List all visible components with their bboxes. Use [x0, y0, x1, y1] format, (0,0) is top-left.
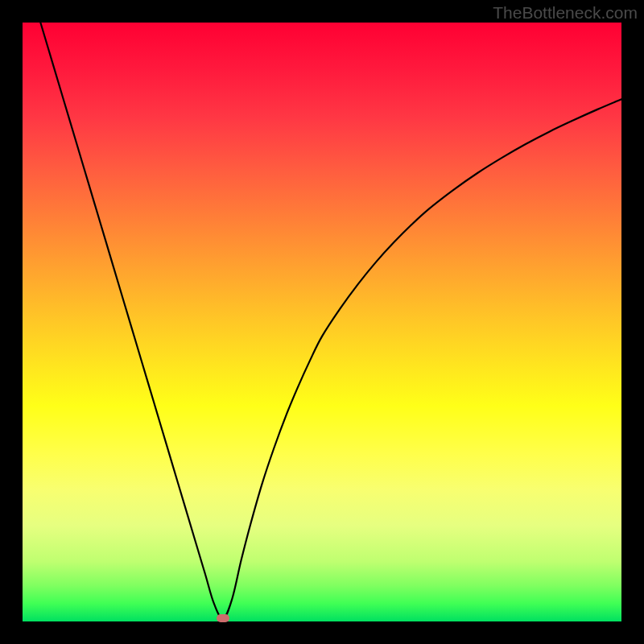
watermark-text: TheBottleneck.com — [493, 3, 638, 23]
chart-plot-area — [23, 23, 621, 621]
chart-curve-svg — [23, 23, 621, 621]
bottleneck-curve-line — [40, 23, 621, 618]
optimal-point-marker — [217, 614, 229, 622]
